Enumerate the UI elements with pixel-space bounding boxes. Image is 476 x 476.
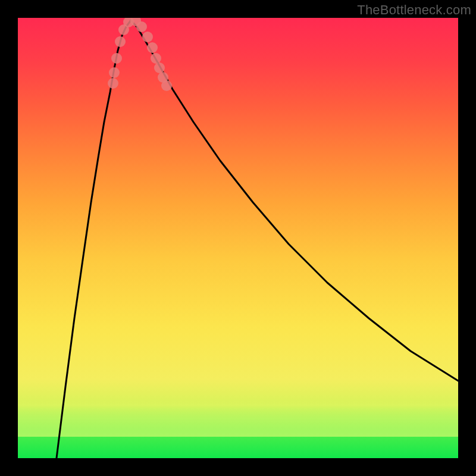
marker-dot: [108, 78, 118, 89]
marker-dot: [154, 62, 165, 73]
marker-dot: [158, 72, 168, 83]
marker-dot: [136, 21, 147, 32]
marker-dot: [109, 67, 120, 78]
watermark-text: TheBottleneck.com: [357, 2, 471, 18]
marker-dot: [161, 80, 172, 91]
marker-dot: [118, 24, 129, 35]
highlight-band: [18, 401, 458, 437]
marker-dot: [123, 18, 134, 27]
marker-dot: [142, 32, 153, 42]
marker-dot: [111, 53, 122, 64]
marker-dot: [130, 18, 141, 26]
curve-left-branch: [57, 20, 131, 458]
chart-frame: TheBottleneck.com: [0, 0, 476, 476]
marker-dot: [115, 36, 126, 47]
curves-svg: [18, 18, 458, 458]
marker-dot: [151, 53, 161, 64]
curve-right-branch: [131, 20, 458, 381]
plot-area: [18, 18, 458, 458]
marker-dot: [147, 42, 158, 53]
